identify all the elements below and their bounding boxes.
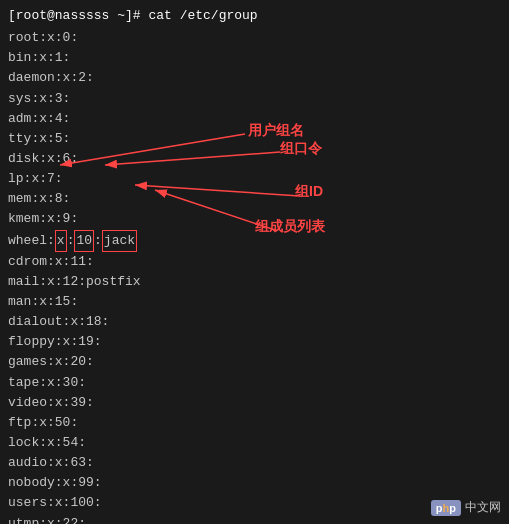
group-members-box: jack xyxy=(102,230,137,252)
list-item: bin:x:1: xyxy=(8,48,501,68)
list-item: floppy:x:19: xyxy=(8,332,501,352)
list-item: nobody:x:99: xyxy=(8,473,501,493)
list-item: cdrom:x:11: xyxy=(8,252,501,272)
php-watermark: php 中文网 xyxy=(431,499,501,516)
list-item: sys:x:3: xyxy=(8,89,501,109)
list-item: disk:x:6: xyxy=(8,149,501,169)
list-item: mem:x:8: xyxy=(8,189,501,209)
list-item: kmem:x:9: xyxy=(8,209,501,229)
list-item: ftp:x:50: xyxy=(8,413,501,433)
prompt-line: [root@nasssss ~]# cat /etc/group xyxy=(8,6,501,26)
terminal: [root@nasssss ~]# cat /etc/group root:x:… xyxy=(0,0,509,524)
list-item: games:x:20: xyxy=(8,352,501,372)
list-item: daemon:x:2: xyxy=(8,68,501,88)
list-item: tty:x:5: xyxy=(8,129,501,149)
list-item: utmp:x:22: xyxy=(8,514,501,524)
list-item: video:x:39: xyxy=(8,393,501,413)
list-item: mail:x:12:postfix xyxy=(8,272,501,292)
list-item: tape:x:30: xyxy=(8,373,501,393)
group-id-box: 10 xyxy=(74,230,94,252)
php-badge: php xyxy=(431,500,461,516)
list-item: lock:x:54: xyxy=(8,433,501,453)
list-item: lp:x:7: xyxy=(8,169,501,189)
php-site-text: 中文网 xyxy=(465,499,501,516)
list-item: dialout:x:18: xyxy=(8,312,501,332)
list-item: man:x:15: xyxy=(8,292,501,312)
list-item: audio:x:63: xyxy=(8,453,501,473)
list-item: users:x:100: xyxy=(8,493,501,513)
list-item: root:x:0: xyxy=(8,28,501,48)
group-password-box: x xyxy=(55,230,67,252)
highlighted-line: wheel:x:10:jack xyxy=(8,230,501,252)
group-lines: root:x:0: bin:x:1: daemon:x:2: sys:x:3: … xyxy=(8,28,501,524)
list-item: adm:x:4: xyxy=(8,109,501,129)
